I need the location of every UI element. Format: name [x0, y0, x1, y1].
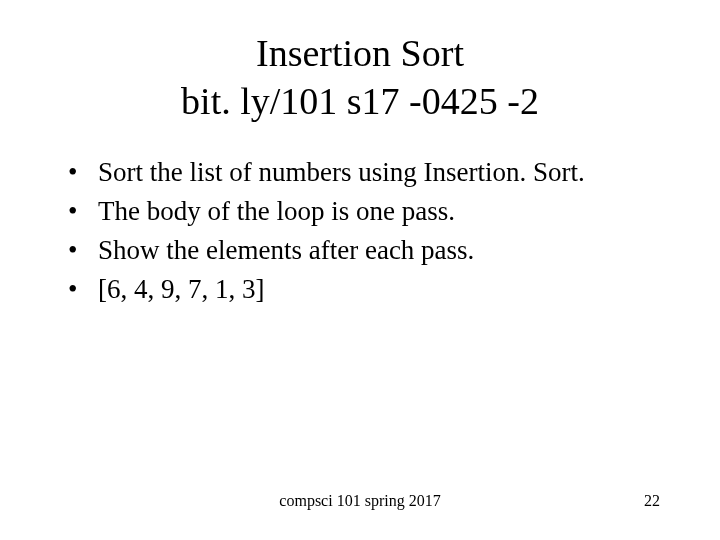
title-line-1: Insertion Sort	[50, 30, 670, 78]
list-item: [6, 4, 9, 7, 1, 3]	[68, 270, 670, 309]
bullet-text: Show the elements after each pass.	[98, 235, 474, 265]
title-line-2: bit. ly/101 s17 -0425 -2	[50, 78, 670, 126]
bullet-text: [6, 4, 9, 7, 1, 3]	[98, 274, 264, 304]
list-item: Sort the list of numbers using Insertion…	[68, 153, 670, 192]
bullet-text: The body of the loop is one pass.	[98, 196, 455, 226]
list-item: Show the elements after each pass.	[68, 231, 670, 270]
bullet-list: Sort the list of numbers using Insertion…	[50, 153, 670, 310]
footer-course-label: compsci 101 spring 2017	[279, 492, 440, 510]
slide-title-block: Insertion Sort bit. ly/101 s17 -0425 -2	[50, 30, 670, 125]
footer-page-number: 22	[644, 492, 660, 510]
list-item: The body of the loop is one pass.	[68, 192, 670, 231]
slide-footer: compsci 101 spring 2017 22	[0, 492, 720, 510]
bullet-text: Sort the list of numbers using Insertion…	[98, 157, 585, 187]
slide-container: Insertion Sort bit. ly/101 s17 -0425 -2 …	[0, 0, 720, 540]
